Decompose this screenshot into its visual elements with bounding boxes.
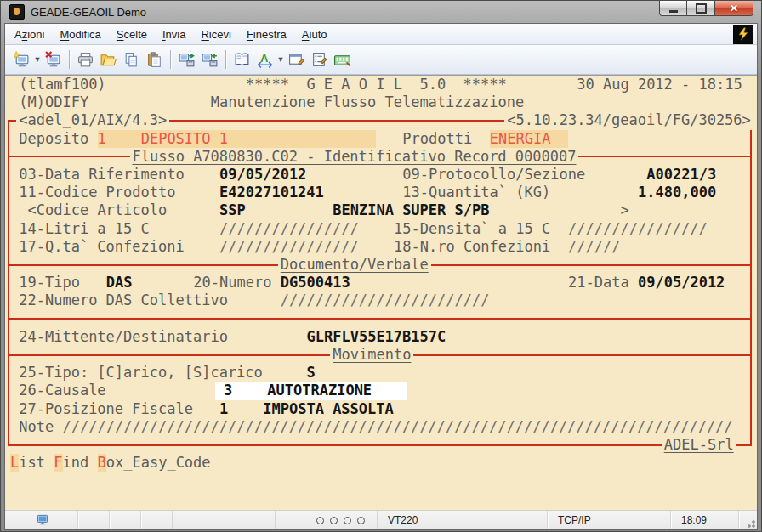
menu-scelte[interactable]: Scelte bbox=[109, 25, 155, 43]
menu-invia[interactable]: Invia bbox=[155, 25, 193, 43]
terminal-row: Documento/Verbale bbox=[5, 256, 757, 274]
terminal-text: Deposito bbox=[19, 130, 88, 148]
terminal-highlight-field[interactable]: B bbox=[98, 454, 106, 472]
receive-file-button[interactable] bbox=[198, 48, 221, 71]
terminal-highlight-field[interactable]: L bbox=[10, 454, 19, 472]
menu-aiuto[interactable]: Aiuto bbox=[294, 25, 335, 43]
menu-ricevi[interactable]: Ricevi bbox=[193, 25, 238, 43]
terminal-row: 25-Tipo: [C]arico, [S]caricoS bbox=[5, 364, 757, 382]
status-terminal-type: VT220 bbox=[378, 511, 548, 529]
terminal-text: Manutenzione Flusso Telematizzazione bbox=[211, 93, 524, 111]
toolbar-separator bbox=[170, 50, 171, 69]
terminal-text: 20-Numero bbox=[193, 274, 271, 291]
terminal-text: 22-Numero DAS Collettivo bbox=[19, 291, 228, 309]
terminal-text: DAS bbox=[106, 274, 133, 291]
terminal-row: 14-Litri a 15 C////////////////15-Densit… bbox=[5, 220, 757, 238]
terminal-row: ListFindBox_Easy_Code bbox=[5, 454, 757, 472]
menu-azioni[interactable]: Azioni bbox=[7, 25, 52, 43]
terminal-text: 25-Tipo: [C]arico, [S]carico bbox=[19, 364, 263, 382]
window-controls: ✕ bbox=[659, 1, 753, 16]
new-session-dropdown-arrow[interactable]: ▼ bbox=[33, 55, 42, 64]
app-window: GEADE-GEAOIL Demo ✕ AzioniModificaScelte… bbox=[0, 0, 762, 532]
terminal-row: 17-Q.ta` Confezioni////////////////18-N.… bbox=[5, 238, 757, 256]
terminal-highlight-field[interactable]: 1 DEPOSITO 1 bbox=[98, 130, 377, 148]
terminal-text: (M)ODIFY bbox=[19, 93, 88, 111]
terminal-text: <5.10.23.34/geaoil/FG/30256> bbox=[507, 111, 751, 129]
maximize-button[interactable] bbox=[687, 1, 714, 16]
terminal-highlight-field[interactable]: ENERGIA bbox=[490, 130, 568, 148]
paste-button[interactable] bbox=[143, 48, 166, 71]
open-button[interactable] bbox=[97, 48, 120, 71]
status-protocol: TCP/IP bbox=[548, 511, 671, 529]
copy-icon bbox=[122, 51, 140, 69]
terminal-text: 14-Litri a 15 C bbox=[19, 220, 150, 238]
print-button[interactable] bbox=[74, 48, 97, 71]
close-session-icon bbox=[44, 51, 62, 69]
keyboard-map-button[interactable] bbox=[331, 48, 354, 71]
character-set-dropdown-arrow[interactable]: ▼ bbox=[276, 55, 285, 64]
terminal-row: <Codice ArticoloSSPBENZINA SUPER S/PB> bbox=[5, 201, 757, 219]
terminal-text: > bbox=[621, 201, 629, 219]
terminal-input-field[interactable]: 3 AUTOTRAZIONE bbox=[215, 382, 407, 399]
terminal-text: E42027101241 bbox=[219, 184, 324, 201]
macro-lightning-icon[interactable] bbox=[733, 25, 753, 44]
session-log-button[interactable] bbox=[230, 48, 253, 71]
character-set-icon: A bbox=[256, 51, 274, 69]
terminal-text: 24-Mittente/Destinatario bbox=[19, 328, 228, 346]
terminal-text: 17-Q.ta` Confezioni bbox=[19, 238, 184, 256]
terminal-text: ist bbox=[19, 454, 45, 472]
status-empty-cell bbox=[78, 511, 110, 529]
print-icon bbox=[77, 51, 94, 69]
terminal-text: ////// bbox=[568, 238, 620, 256]
status-empty-cell bbox=[110, 511, 141, 529]
menu-modifica[interactable]: Modifica bbox=[52, 25, 108, 43]
terminal-text: 1 bbox=[219, 400, 228, 418]
terminal-text: Flusso A7080830.C02 - Identificativo Rec… bbox=[133, 148, 577, 166]
terminal-row: ADEL-Srl bbox=[5, 436, 757, 454]
paste-icon bbox=[145, 51, 163, 69]
close-button[interactable]: ✕ bbox=[714, 1, 753, 16]
terminal-text: ox_Easy_Code bbox=[106, 454, 211, 472]
screen-setup-button[interactable] bbox=[285, 48, 308, 71]
terminal-text: Note bbox=[19, 418, 54, 436]
terminal-text: 09/05/2012 bbox=[219, 166, 306, 184]
terminal-screen[interactable]: (tlamf100)***** G E A O I L 5.0 *****30 … bbox=[5, 75, 757, 510]
terminal-row: Movimento bbox=[5, 346, 757, 364]
window-title: GEADE-GEAOIL Demo bbox=[31, 6, 146, 19]
terminal-text: A00221/3 bbox=[646, 166, 716, 184]
terminal-text: SSP bbox=[219, 201, 246, 219]
terminal-row: Flusso A7080830.C02 - Identificativo Rec… bbox=[5, 148, 757, 166]
menu-finestra[interactable]: Finestra bbox=[239, 25, 294, 43]
copy-button[interactable] bbox=[120, 48, 143, 71]
session-settings-button[interactable] bbox=[308, 48, 331, 71]
terminal-text: 21-Data bbox=[568, 274, 629, 291]
terminal-text: //////////////// bbox=[219, 238, 359, 256]
title-bar[interactable]: GEADE-GEAOIL Demo bbox=[4, 1, 758, 23]
terminal-row: Deposito1 DEPOSITO 1 ProdottiENERGIA bbox=[5, 130, 757, 148]
status-fill bbox=[739, 511, 757, 529]
new-session-icon bbox=[13, 51, 31, 69]
terminal-text: BENZINA SUPER S/PB bbox=[333, 201, 489, 219]
terminal-text: 27-Posizione Fiscale bbox=[19, 400, 193, 418]
menu-bar: AzioniModificaScelteInviaRiceviFinestraA… bbox=[5, 24, 757, 45]
close-session-button[interactable] bbox=[42, 48, 65, 71]
terminal-text: ////////////////////////////////////////… bbox=[63, 418, 733, 436]
terminal-highlight-field[interactable]: F bbox=[54, 454, 62, 472]
character-set-button[interactable]: A bbox=[253, 48, 276, 71]
status-indicator-dots bbox=[276, 511, 378, 529]
app-icon bbox=[9, 4, 25, 20]
terminal-row: (tlamf100)***** G E A O I L 5.0 *****30 … bbox=[5, 76, 757, 93]
resize-grip[interactable] bbox=[745, 518, 755, 528]
minimize-button[interactable] bbox=[659, 1, 687, 16]
terminal-row: 26-Causale 3 AUTOTRAZIONE bbox=[5, 382, 757, 399]
send-file-button[interactable] bbox=[175, 48, 198, 71]
new-session-button[interactable] bbox=[10, 48, 33, 71]
status-empty-cell bbox=[141, 511, 173, 529]
terminal-text: //////////////// bbox=[568, 220, 708, 238]
terminal-text: Documento/Verbale bbox=[281, 256, 429, 274]
terminal-text: 11-Codice Prodotto bbox=[19, 184, 175, 201]
session-log-icon bbox=[233, 51, 251, 69]
terminal-row: (M)ODIFYManutenzione Flusso Telematizzaz… bbox=[5, 93, 757, 111]
terminal-text: 03-Data Riferimento bbox=[19, 166, 184, 184]
terminal-text: 1.480,000 bbox=[638, 184, 716, 201]
